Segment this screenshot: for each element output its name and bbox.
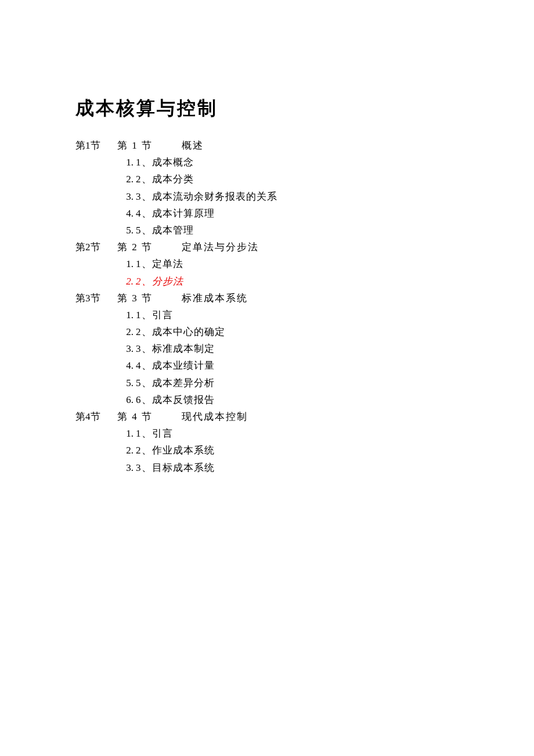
section-heading: 第1节第 1 节概述 bbox=[75, 138, 459, 153]
item-outer-number: 3. bbox=[117, 189, 136, 204]
toc-item: 5.5、成本差异分析 bbox=[75, 375, 459, 391]
section-number: 第 1 节 bbox=[117, 140, 153, 151]
page-title: 成本核算与控制 bbox=[75, 96, 459, 121]
section-heading-text: 第 2 节定单法与分步法 bbox=[117, 239, 259, 255]
toc-item: 5.5、成本管理 bbox=[75, 222, 459, 238]
toc-item: 1.1、引言 bbox=[75, 307, 459, 323]
section-label: 第3节 bbox=[75, 290, 117, 306]
section-title: 标准成本系统 bbox=[182, 293, 248, 304]
item-outer-number: 6. bbox=[117, 392, 136, 408]
item-text: 1、定单法 bbox=[136, 256, 183, 272]
item-outer-number: 3. bbox=[117, 341, 136, 357]
item-text: 4、成本计算原理 bbox=[136, 206, 215, 221]
toc-item: 4.4、成本业绩计量 bbox=[75, 358, 459, 373]
toc-item: 2.2、分步法 bbox=[75, 273, 459, 289]
document-page: 成本核算与控制 第1节第 1 节概述1.1、成本概念2.2、成本分类3.3、成本… bbox=[0, 0, 534, 476]
item-indent bbox=[75, 256, 117, 272]
item-indent bbox=[75, 324, 117, 340]
item-outer-number: 1. bbox=[117, 426, 136, 441]
section-number: 第 2 节 bbox=[117, 242, 153, 253]
toc-item: 1.1、定单法 bbox=[75, 256, 459, 272]
item-text: 2、作业成本系统 bbox=[136, 442, 215, 458]
toc-item: 2.2、成本中心的确定 bbox=[75, 324, 459, 340]
item-outer-number: 2. bbox=[117, 324, 136, 340]
item-text: 2、成本分类 bbox=[136, 171, 194, 187]
item-indent bbox=[75, 460, 117, 476]
item-text: 1、引言 bbox=[136, 307, 173, 323]
item-indent bbox=[75, 206, 117, 221]
item-indent bbox=[75, 375, 117, 391]
item-indent bbox=[75, 171, 117, 187]
toc-item: 1.1、成本概念 bbox=[75, 154, 459, 170]
item-indent bbox=[75, 392, 117, 408]
toc-item: 2.2、作业成本系统 bbox=[75, 442, 459, 458]
item-text: 3、成本流动余财务报表的关系 bbox=[136, 189, 277, 204]
item-outer-number: 1. bbox=[117, 154, 136, 170]
section-heading-text: 第 3 节标准成本系统 bbox=[117, 290, 248, 306]
item-indent bbox=[75, 426, 117, 441]
item-indent bbox=[75, 273, 117, 289]
section-heading: 第4节第 4 节现代成本控制 bbox=[75, 409, 459, 424]
item-indent bbox=[75, 358, 117, 373]
item-text: 4、成本业绩计量 bbox=[136, 358, 215, 373]
section-heading: 第2节第 2 节定单法与分步法 bbox=[75, 239, 459, 255]
section-heading: 第3节第 3 节标准成本系统 bbox=[75, 290, 459, 306]
toc-item: 4.4、成本计算原理 bbox=[75, 206, 459, 221]
section-number: 第 4 节 bbox=[117, 411, 153, 422]
item-text: 2、成本中心的确定 bbox=[136, 324, 225, 340]
item-text: 3、标准成本制定 bbox=[136, 341, 215, 357]
section-heading-text: 第 1 节概述 bbox=[117, 138, 204, 153]
toc-item: 3.3、标准成本制定 bbox=[75, 341, 459, 357]
section-title: 概述 bbox=[182, 140, 204, 151]
section-label: 第4节 bbox=[75, 409, 117, 424]
item-indent bbox=[75, 341, 117, 357]
toc-item: 3.3、目标成本系统 bbox=[75, 460, 459, 476]
item-text: 5、成本差异分析 bbox=[136, 375, 215, 391]
item-outer-number: 4. bbox=[117, 358, 136, 373]
item-text: 6、成本反馈报告 bbox=[136, 392, 215, 408]
item-outer-number: 2. bbox=[117, 442, 136, 458]
toc-item: 3.3、成本流动余财务报表的关系 bbox=[75, 189, 459, 204]
section-heading-text: 第 4 节现代成本控制 bbox=[117, 409, 248, 424]
item-indent bbox=[75, 189, 117, 204]
toc-item: 1.1、引言 bbox=[75, 426, 459, 441]
item-text: 1、引言 bbox=[136, 426, 173, 441]
item-outer-number: 1. bbox=[117, 256, 136, 272]
item-outer-number: 2. bbox=[117, 273, 136, 289]
section-label: 第2节 bbox=[75, 239, 117, 255]
table-of-contents: 第1节第 1 节概述1.1、成本概念2.2、成本分类3.3、成本流动余财务报表的… bbox=[75, 138, 459, 476]
item-indent bbox=[75, 307, 117, 323]
item-indent bbox=[75, 442, 117, 458]
section-label: 第1节 bbox=[75, 138, 117, 153]
item-outer-number: 5. bbox=[117, 375, 136, 391]
item-text: 3、目标成本系统 bbox=[136, 460, 215, 476]
item-outer-number: 1. bbox=[117, 307, 136, 323]
item-outer-number: 4. bbox=[117, 206, 136, 221]
item-text: 5、成本管理 bbox=[136, 222, 194, 238]
toc-item: 6.6、成本反馈报告 bbox=[75, 392, 459, 408]
item-text: 2、分步法 bbox=[136, 273, 183, 289]
item-outer-number: 2. bbox=[117, 171, 136, 187]
item-outer-number: 5. bbox=[117, 222, 136, 238]
item-outer-number: 3. bbox=[117, 460, 136, 476]
section-title: 定单法与分步法 bbox=[182, 242, 259, 253]
section-number: 第 3 节 bbox=[117, 293, 153, 304]
item-indent bbox=[75, 222, 117, 238]
item-text: 1、成本概念 bbox=[136, 154, 194, 170]
toc-item: 2.2、成本分类 bbox=[75, 171, 459, 187]
section-title: 现代成本控制 bbox=[182, 411, 248, 422]
item-indent bbox=[75, 154, 117, 170]
